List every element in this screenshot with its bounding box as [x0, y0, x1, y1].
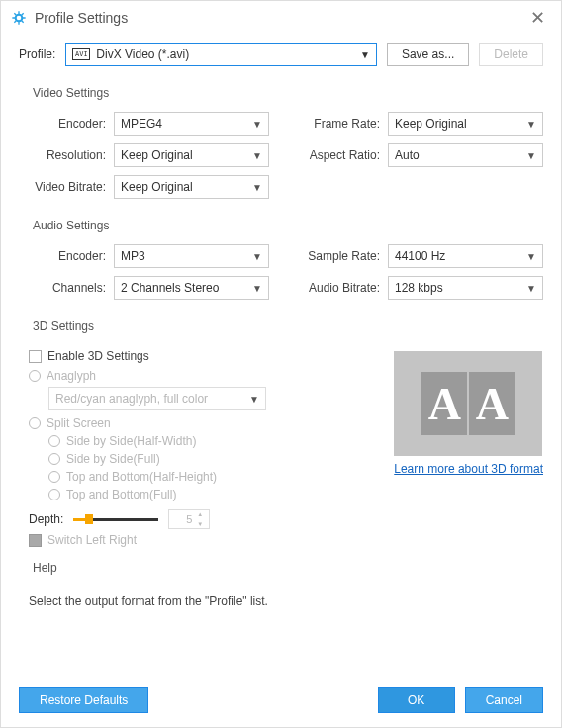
enable-3d-checkbox[interactable] — [29, 350, 42, 363]
svg-point-0 — [16, 15, 23, 22]
chevron-down-icon: ▼ — [249, 394, 259, 405]
ok-button[interactable]: OK — [378, 687, 455, 713]
restore-defaults-button[interactable]: Restore Defaults — [19, 687, 148, 713]
depth-numberbox: 5▲▼ — [168, 509, 210, 529]
learn-more-link[interactable]: Learn more about 3D format — [394, 462, 543, 476]
chevron-down-icon: ▼ — [252, 182, 262, 193]
tb-half-radio — [48, 471, 60, 483]
audio-bitrate-label: Audio Bitrate: — [299, 281, 380, 295]
video-settings-title: Video Settings — [33, 86, 543, 100]
audio-bitrate-select[interactable]: 128 kbps▼ — [388, 276, 543, 300]
framerate-select[interactable]: Keep Original▼ — [388, 112, 543, 136]
split-screen-label: Split Screen — [47, 416, 111, 430]
chevron-down-icon: ▼ — [526, 119, 536, 130]
channels-select[interactable]: 2 Channels Stereo▼ — [114, 276, 269, 300]
framerate-label: Frame Rate: — [299, 117, 380, 131]
channels-label: Channels: — [25, 281, 106, 295]
chevron-down-icon: ▼ — [252, 283, 262, 294]
anaglyph-radio — [29, 370, 41, 382]
sbs-full-radio — [48, 453, 60, 465]
cancel-button[interactable]: Cancel — [465, 687, 543, 713]
split-screen-radio — [29, 417, 41, 429]
resolution-label: Resolution: — [25, 148, 106, 162]
depth-slider[interactable] — [73, 513, 158, 525]
audio-encoder-select[interactable]: MP3▼ — [114, 244, 269, 268]
switch-lr-label: Switch Left Right — [47, 533, 137, 547]
video-bitrate-label: Video Bitrate: — [25, 180, 106, 194]
window-title: Profile Settings — [35, 10, 524, 26]
video-encoder-label: Encoder: — [25, 117, 106, 131]
aspect-label: Aspect Ratio: — [299, 148, 380, 162]
chevron-down-icon: ▼ — [526, 251, 536, 262]
switch-lr-checkbox — [29, 534, 42, 547]
resolution-select[interactable]: Keep Original▼ — [114, 143, 269, 167]
chevron-down-icon: ▼ — [252, 150, 262, 161]
delete-button: Delete — [479, 43, 543, 66]
avi-file-icon: AVI — [72, 48, 90, 60]
tb-full-radio — [48, 489, 60, 500]
profile-select[interactable]: AVI DivX Video (*.avi) ▼ — [65, 43, 377, 66]
chevron-down-icon: ▼ — [526, 150, 536, 161]
anaglyph-select: Red/cyan anaglyph, full color▼ — [48, 387, 266, 410]
chevron-down-icon: ▼ — [526, 283, 536, 294]
anaglyph-label: Anaglyph — [47, 369, 96, 383]
audio-settings-title: Audio Settings — [33, 219, 543, 232]
profile-value: DivX Video (*.avi) — [96, 47, 189, 61]
chevron-down-icon: ▼ — [252, 251, 262, 262]
sbs-half-radio — [48, 435, 60, 447]
enable-3d-label: Enable 3D Settings — [47, 349, 149, 363]
help-title: Help — [33, 561, 543, 575]
close-icon[interactable]: ✕ — [524, 7, 551, 29]
depth-label: Depth: — [29, 512, 63, 526]
spin-up-icon: ▲ — [197, 511, 207, 517]
video-encoder-select[interactable]: MPEG4▼ — [114, 112, 269, 136]
chevron-down-icon: ▼ — [252, 119, 262, 130]
video-bitrate-select[interactable]: Keep Original▼ — [114, 175, 269, 199]
3d-settings-title: 3D Settings — [33, 319, 543, 333]
aspect-select[interactable]: Auto▼ — [388, 143, 543, 167]
samplerate-select[interactable]: 44100 Hz▼ — [388, 244, 543, 268]
help-text: Select the output format from the "Profi… — [29, 594, 543, 608]
save-as-button[interactable]: Save as... — [387, 43, 469, 66]
audio-encoder-label: Encoder: — [25, 249, 106, 263]
app-icon — [11, 10, 27, 26]
3d-preview: AA — [394, 351, 542, 456]
samplerate-label: Sample Rate: — [299, 249, 380, 263]
profile-label: Profile: — [19, 47, 55, 61]
chevron-down-icon: ▼ — [360, 49, 370, 60]
spin-down-icon: ▼ — [197, 521, 207, 527]
